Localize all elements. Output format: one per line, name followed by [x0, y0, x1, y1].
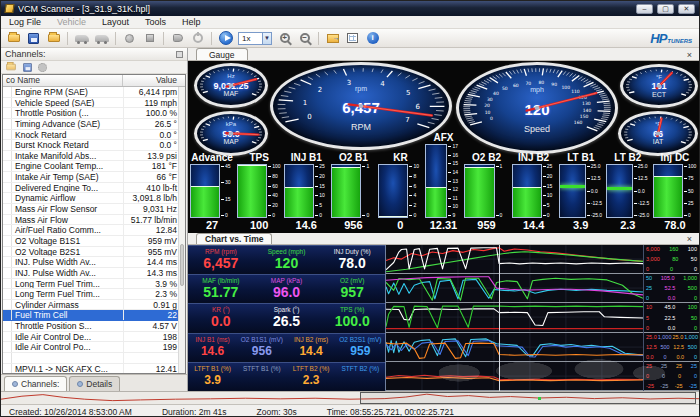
tab-details[interactable]: Details: [69, 376, 120, 391]
readout-cell: KR (°)0.0: [188, 304, 254, 331]
table-row[interactable]: Engine Coolant Temp...181 °F: [3, 161, 185, 172]
table-row[interactable]: Delivered Engine To...410 lb-ft: [3, 183, 185, 194]
maf-gauge: Hz 9,031.25 MAF: [194, 63, 268, 108]
info-button[interactable]: [363, 30, 382, 47]
table-row[interactable]: Idle Air Control Po...199: [3, 342, 185, 353]
channel-config-save-icon[interactable]: [23, 63, 32, 72]
svg-text:150: 150: [580, 114, 589, 119]
tab-channels[interactable]: Channels:: [4, 376, 67, 391]
menu-help[interactable]: Help: [174, 16, 209, 28]
readout-cell: INJ B1 (ms)14.6: [188, 334, 237, 361]
table-row[interactable]: Long Term Fuel Trim...2.3 %: [3, 289, 185, 300]
chart-strip[interactable]: [386, 333, 643, 362]
zoom-in-button[interactable]: +: [275, 30, 294, 47]
play-button[interactable]: [216, 30, 235, 47]
table-row[interactable]: Mass Air Flow51.77 lb/min: [3, 215, 185, 226]
timeline-overview[interactable]: [1, 391, 699, 404]
table-row[interactable]: Fuel Trim Cell22: [3, 310, 185, 321]
readout-row: RPM (rpm)6,457Speed (mph)120INJ Duty (%)…: [188, 245, 385, 274]
table-row[interactable]: INJ. Pulse Width Av...14.3 ms: [3, 268, 185, 279]
lt-b1-bar-gauge: LT B125.012.50.0-12.5-25.03.9: [559, 152, 603, 232]
svg-text:0: 0: [490, 116, 493, 121]
readout-row: INJ B1 (ms)14.6O2 B1S1 (mV)956INJ B2 (ms…: [188, 333, 385, 362]
menu-layout[interactable]: Layout: [94, 16, 137, 28]
kr-bar-value: 0: [378, 218, 422, 232]
table-row[interactable]: Vehicle Speed (SAE)119 mph: [3, 98, 185, 109]
table-row[interactable]: Long Term Fuel Trim...3.9 %: [3, 279, 185, 290]
column-header-name[interactable]: co Name: [3, 75, 123, 86]
column-header-value[interactable]: Value: [123, 75, 185, 86]
chart-strip[interactable]: [386, 245, 643, 274]
menu-tools[interactable]: Tools: [137, 16, 174, 28]
table-row[interactable]: Intake Air Temp (SAE)66 °F: [3, 172, 185, 183]
channels-panel-header: Channels:: [1, 48, 187, 61]
readout-row: KR (°)0.0Spark (°)26.5TPS (%)100.0: [188, 303, 385, 332]
table-row[interactable]: Dynamic Airflow3,091.8 lb/h: [3, 193, 185, 204]
chart-strip[interactable]: [386, 303, 643, 332]
toolbar-separator: [211, 32, 212, 45]
table-row[interactable]: Throttle Position (...100.0 %: [3, 108, 185, 119]
overview-selection[interactable]: [360, 392, 696, 404]
channels-table-header[interactable]: co Name Value: [3, 75, 185, 87]
table-row[interactable]: Engine RPM (SAE)6,414 rpm: [3, 87, 185, 98]
tab-gauge[interactable]: Gauge: [196, 48, 248, 60]
inj-b2-bar-value: 14.4: [512, 218, 556, 232]
table-row[interactable]: Cylinder Airmass0.91 g: [3, 300, 185, 311]
save-as-button[interactable]: [44, 30, 63, 47]
close-icon[interactable]: ×: [684, 50, 695, 60]
inj-b2-bar-gauge: INJ B2252015105014.4: [512, 152, 556, 232]
export-button[interactable]: [323, 30, 342, 47]
channel-config-open-icon[interactable]: [6, 64, 16, 70]
close-icon[interactable]: ×: [684, 234, 695, 244]
maximize-button[interactable]: ▢: [657, 4, 674, 14]
power-icon: [193, 33, 203, 43]
replay-speed-select[interactable]: 1x ▼: [238, 32, 272, 45]
table-row[interactable]: O2 Voltage B1S1959 mV: [3, 236, 185, 247]
svg-text:140: 140: [583, 108, 592, 113]
power-button[interactable]: [188, 30, 207, 47]
table-row[interactable]: INJ. Pulse Width Av...14.4 ms: [3, 257, 185, 268]
scan-data-button[interactable]: [343, 30, 362, 47]
minimize-button[interactable]: –: [636, 4, 653, 14]
status-time: Time: 08:55:25.721, 00:02:25.721: [327, 407, 454, 417]
table-row[interactable]: [3, 353, 185, 364]
table-row[interactable]: Knock Retard0.0 °: [3, 130, 185, 141]
table-row[interactable]: Intake Manifold Abs...13.9 psi: [3, 151, 185, 162]
o2-b2-bar-gauge: O2 B210959: [464, 152, 508, 232]
tab-chart-vs-time[interactable]: Chart vs. Time: [196, 233, 272, 244]
table-row[interactable]: Burst Knock Retard0.0 °: [3, 140, 185, 151]
chart-cursor[interactable]: [499, 245, 500, 391]
pin-icon[interactable]: [176, 51, 183, 58]
svg-text:7: 7: [405, 116, 409, 124]
read-vehicle-button[interactable]: [72, 30, 91, 47]
chart-strip[interactable]: [386, 274, 643, 303]
zoom-out-button[interactable]: −: [295, 30, 314, 47]
stop-button[interactable]: [140, 30, 159, 47]
close-button[interactable]: ✕: [678, 4, 695, 14]
table-row[interactable]: Mass Air Flow Sensor9,031 Hz: [3, 204, 185, 215]
gear-icon[interactable]: [38, 63, 47, 72]
save-log-button[interactable]: [24, 30, 43, 47]
strip-scale: 1045.0100522.55000.00: [644, 303, 699, 332]
chart-strip[interactable]: [386, 362, 643, 391]
menu-vehicle[interactable]: Vehicle: [49, 16, 94, 28]
o2-b2-bar-value: 959: [464, 218, 508, 232]
tps-bar: [237, 164, 267, 218]
toolbar-separator: [115, 32, 116, 45]
beep-button[interactable]: [168, 30, 187, 47]
chart-strips[interactable]: [386, 245, 643, 391]
table-row[interactable]: Air/Fuel Ratio Comm...12.84: [3, 225, 185, 236]
record-button[interactable]: [120, 30, 139, 47]
table-row[interactable]: O2 Voltage B2S1955 mV: [3, 247, 185, 258]
write-vehicle-button[interactable]: [92, 30, 111, 47]
open-log-button[interactable]: [4, 30, 23, 47]
window-title: VCM Scanner - [3_31.9_31K.hpl]: [18, 4, 632, 14]
table-row[interactable]: Idle Air Control De...198: [3, 332, 185, 343]
table-row[interactable]: Timing Advance (SAE)26.5 °: [3, 119, 185, 130]
menu-log-file[interactable]: Log File: [1, 16, 49, 28]
table-scrollbar[interactable]: [178, 87, 185, 373]
scrollbar-thumb[interactable]: [180, 244, 184, 286]
menu-bar: Log FileVehicleLayoutToolsHelp: [1, 16, 699, 29]
table-row[interactable]: Throttle Position S...4.57 V: [3, 321, 185, 332]
table-row[interactable]: MPVI.1 -> NGK AFX C...12.41: [3, 364, 185, 373]
